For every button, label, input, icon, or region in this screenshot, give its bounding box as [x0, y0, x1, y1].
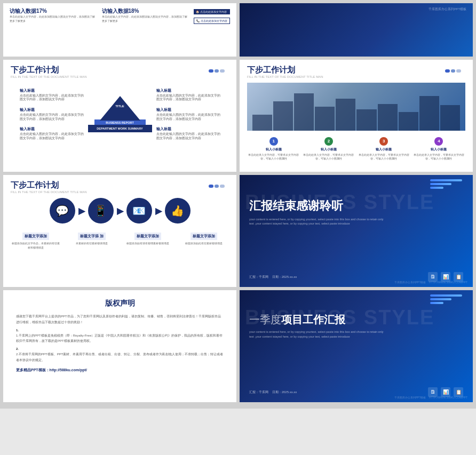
- report-info-6: 汇报：千库网 日期：2025.xx.xx: [249, 390, 297, 395]
- step-2: 2 轻入小标题 单击此处录入文字内容，可要求从文字内容创，可输入小小图属性: [302, 135, 355, 161]
- ico-box-1[interactable]: 🖺: [428, 272, 438, 282]
- text-br: 点击此处输入图的文字内容，此处添加文字的图文字内容，添加图说文字内容: [156, 132, 220, 140]
- step-text-4: 单击此处录入文字内容，可要求从文字内容创，可输入小小图属性: [412, 153, 465, 161]
- label-2: 标题文字添 加: [78, 233, 106, 240]
- steps-row: 1 轻入小标题 单击此处录入文字内容，可要求从文字内容创，可输入小小图属性 2 …: [247, 135, 465, 161]
- copyright-para1: 感谢您下载千库网平台上提供的PPT作品，为了您和千库网以及原创作者的利益，请勿复…: [16, 314, 224, 325]
- label-ml: 输入标题: [20, 107, 84, 113]
- main-grid: 下步工作计划 FILL IN THE TEXT OF THE DOCUMENT …: [0, 57, 476, 409]
- text-mr: 点击此处输入图的文字内容，此处添加文字的图文字内容，添加图说文字内容: [156, 113, 220, 121]
- deco-line-6-3: [430, 302, 443, 304]
- slide-tl-col-2: 访输入数据18% 单击此处输入文字内容，此处添加图说输入图说文字内容，添加图说了…: [102, 7, 190, 25]
- step-num-4: 4: [434, 137, 443, 146]
- step-1: 1 轻入小标题 单击此处录入文字内容，可要求从文字内容创，可输入小小图属性: [247, 135, 300, 161]
- slide-tl-col-1: 访输入数据17% 单击此处输入文字内容，此处添加图说输入图说文字内容，添加图说了…: [10, 7, 98, 25]
- step-num-2: 2: [324, 137, 333, 146]
- step-label-2: 轻入小标题: [302, 147, 355, 152]
- slide-quarterly-report: BUSINESS STYLE 一季度项目工作汇报 your content is…: [240, 290, 473, 402]
- building-5: [336, 99, 355, 131]
- main-text-6: 一季度项目工作汇报: [249, 313, 463, 326]
- deco-line-4-2: [430, 183, 451, 185]
- deco-dot-3-3: [220, 185, 225, 188]
- triangle-bot: DEPARTMENT WORK SUMMARY: [88, 125, 152, 132]
- prefix-6: 一季度: [249, 314, 281, 325]
- slide1-title: 下步工作计划: [11, 65, 229, 75]
- step-4: 4 轻入小标题 单击此处录入文字内容，可要求从文字内容创，可输入小小图属性: [412, 135, 465, 161]
- ico-box-3[interactable]: 📋: [454, 272, 463, 282]
- slide-copyright: 版权声明 感谢您下载千库网平台上提供的PPT作品，为了您和千库网以及原创作者的利…: [3, 290, 236, 402]
- icon-chat: 💬: [50, 198, 75, 223]
- building-8: [399, 112, 418, 131]
- text-bl: 点击此处输入图的文字内容，此处添加文字的图文字内容，添加图说文字内容: [20, 132, 84, 140]
- deco-dot-2-3: [456, 69, 461, 73]
- deco-lines-6: [430, 294, 462, 306]
- percent-1: 访输入数据17%: [10, 7, 98, 15]
- main-text-4: 汇报结束感谢聆听: [249, 198, 463, 214]
- desc-col-3: 标题添加如有填有都增素材都填增是: [123, 242, 173, 246]
- text-tr: 点击此处输入图的文字内容，此处添加文字的图文字内容，添加图说文字内容: [156, 94, 220, 102]
- desc-col-1: 标题添加如此文字作品，本素材的有些素材和都增填是: [11, 242, 61, 250]
- copyright-num1: 1.干库网上的PPT模板是免税税类（即：Royalty-Free）正版是《中国人…: [16, 333, 224, 345]
- building-9: [419, 96, 439, 131]
- step-num-3: 3: [379, 137, 388, 146]
- copyright-link[interactable]: 更多精品PPT模板：http://588ku.com/ppt/: [16, 368, 224, 373]
- corner-deco-2: [445, 69, 461, 73]
- ico-box-6-1[interactable]: 🖺: [428, 387, 438, 397]
- deco-dot-2-2: [451, 69, 456, 73]
- deco-line-6-2: [430, 298, 451, 300]
- arrow-1: ▶: [78, 206, 85, 216]
- building-2: [273, 101, 293, 131]
- label-3: 标题文字添加: [134, 233, 161, 240]
- labels-flow-row: 标题文字添加 标题添加如此文字作品，本素材的有些素材和都增填是 标题文字添 加 …: [11, 230, 229, 250]
- step-label-1: 轻入小标题: [247, 147, 300, 152]
- text-block-top-right: 输入标题 点击此处输入图的文字内容，此处添加文字的图文字内容，添加图说文字内容: [156, 88, 220, 102]
- label-br: 输入标题: [156, 126, 220, 132]
- label-bl: 输入标题: [20, 126, 84, 132]
- city-image: [247, 83, 465, 131]
- building-10: [440, 105, 460, 131]
- icon-email: 📧: [126, 198, 152, 223]
- icons-flow-row: 💬 ▶ 📱 ▶ 📧 ▶ 👍: [11, 198, 229, 223]
- deco-line-4-1: [430, 179, 462, 181]
- label-1: 标题文字添加: [22, 233, 49, 240]
- top-slides-row: 访输入数据17% 单击此处输入文字内容，此处添加图说输入图说文字内容，添加图说了…: [0, 0, 476, 57]
- percent-2: 访输入数据18%: [102, 7, 190, 15]
- deco-line-4-3: [430, 187, 443, 189]
- slide3-subtitle: FILL IN THE TEXT OF THE DOCUMENT TITLE M…: [11, 190, 229, 194]
- deco-lines-4: [430, 179, 462, 190]
- building-1: [252, 115, 272, 131]
- ico-box-6-3[interactable]: 📋: [454, 387, 463, 397]
- report-label-4: 汇报：千库网: [249, 275, 268, 278]
- copyright-num2-label: 2.: [16, 347, 224, 350]
- slide3-header: 下步工作计划 FILL IN THE TEXT OF THE DOCUMENT …: [11, 180, 229, 194]
- slide3-title: 下步工作计划: [11, 180, 229, 190]
- step-text-1: 单击此处录入文字内容，可要求从文字内容创，可输入小小图属性: [247, 153, 300, 161]
- tri-top-wrapper: TITLE: [100, 96, 140, 121]
- sub-text-6: your content is entered here, or by copy…: [249, 330, 388, 339]
- ico-box-6-2[interactable]: 📊: [441, 387, 450, 397]
- slide-icons-plan: 下步工作计划 FILL IN THE TEXT OF THE DOCUMENT …: [3, 175, 236, 287]
- slide-ending: BUSINESS STYLE 汇报结束感谢聆听 your content is …: [240, 175, 473, 287]
- copyright-num2: 2.不准将千库网的PPT模板、PPT素材、本素用于再出售、或者出租、出借、转让、…: [16, 352, 224, 363]
- ico-box-2[interactable]: 📊: [441, 272, 450, 282]
- btn-2[interactable]: 📞 点击此处添加文字内容: [194, 18, 230, 24]
- step-label-4: 轻入小标题: [412, 147, 465, 152]
- arrow-3: ▶: [155, 206, 162, 216]
- btn-1[interactable]: 🏠 点击此处添加文字内容: [194, 9, 230, 14]
- bottom-row-4: 汇报：千库网 日期：2025.xx.xx 🖺 📊 📋: [249, 272, 463, 282]
- report-label-6: 汇报：千库网: [249, 390, 268, 394]
- deco-dot-3-2: [215, 185, 219, 188]
- label-col-2: 标题文字添 加 本素材的有些素材都填增是: [67, 230, 117, 250]
- step-3: 3 输入小标题 单击此处录入文字内容，可要求从文字内容创，可输入小小图属性: [358, 135, 410, 161]
- label-tl: 输入标题: [20, 88, 84, 93]
- city-buildings: [247, 93, 465, 131]
- slide1-subtitle: FILL IN THE TEXT OF THE DOCUMENT TITLE M…: [11, 75, 229, 78]
- step-label-3: 输入小标题: [358, 147, 410, 152]
- home-icon: 🏠: [196, 10, 199, 13]
- copyright-num1-label: 1.: [16, 329, 224, 332]
- sub-text-4: your content is entered here, or by copy…: [249, 217, 388, 227]
- icons-right-4: 🖺 📊 📋: [428, 272, 463, 282]
- date-label-6: 日期：2025.xx.xx: [272, 390, 297, 394]
- text-block-bot-right: 输入标题 点击此处输入图的文字内容，此处添加文字的图文字内容，添加图说文字内容: [156, 126, 220, 140]
- desc-col-4: 标题添加如此有些素材都填增是: [178, 242, 229, 246]
